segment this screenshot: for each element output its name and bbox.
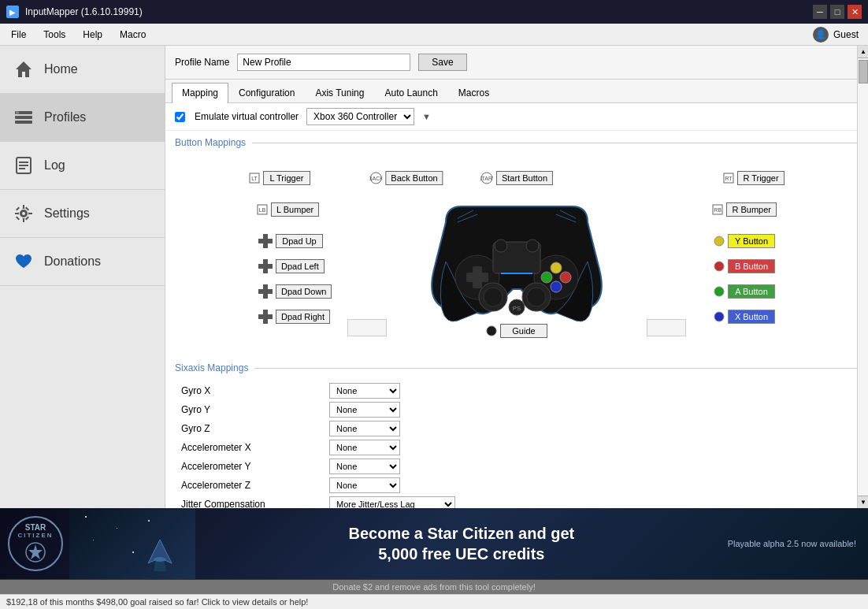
tab-auto-launch[interactable]: Auto Launch: [374, 83, 447, 102]
gyro-y-label: Gyro Y: [181, 404, 323, 415]
dpad-down-box[interactable]: Dpad Down: [276, 284, 332, 299]
dpad-right-icon: [258, 310, 273, 324]
gyro-z-select[interactable]: None: [329, 421, 400, 436]
status-bar[interactable]: $192,18 of this months $498,00 goal rais…: [0, 594, 868, 609]
ad-donate[interactable]: Donate $2 and remove ads from this tool …: [0, 579, 868, 594]
scroll-thumb[interactable]: [859, 60, 868, 84]
r-trigger-box[interactable]: R Trigger: [737, 171, 785, 185]
app-icon: ▶: [6, 6, 19, 18]
titlebar-left: ▶ InputMapper (1.6.10.19991): [6, 6, 143, 18]
a-button-ctrl[interactable]: A Button: [714, 284, 775, 299]
r-trigger-button[interactable]: RT R Trigger: [723, 171, 785, 185]
b-button-ctrl[interactable]: B Button: [714, 259, 775, 273]
x-button-ctrl[interactable]: X Button: [714, 310, 775, 324]
l-bumper-button[interactable]: LB L Bumper: [257, 202, 319, 217]
accel-x-select[interactable]: None: [329, 440, 400, 455]
svg-point-29: [551, 281, 562, 292]
svg-point-10: [21, 211, 26, 216]
menu-macro[interactable]: Macro: [112, 27, 154, 43]
emulate-row: Emulate virtual controller Xbox 360 Cont…: [165, 103, 868, 131]
close-button[interactable]: ✕: [848, 5, 862, 19]
menu-file[interactable]: File: [3, 27, 34, 43]
jitter-select[interactable]: More Jitter/Less Lag: [329, 496, 455, 508]
r-bumper-box[interactable]: R Bumper: [726, 202, 777, 217]
y-button-box[interactable]: Y Button: [728, 234, 775, 248]
button-mappings-header: Button Mappings: [165, 131, 868, 151]
emulate-label: Emulate virtual controller: [195, 111, 299, 122]
menu-help[interactable]: Help: [75, 27, 110, 43]
profile-name-input[interactable]: [237, 54, 410, 71]
svg-point-50: [714, 287, 724, 296]
accel-y-select[interactable]: None: [329, 459, 400, 474]
maximize-button[interactable]: □: [830, 5, 844, 19]
y-button-ctrl[interactable]: Y Button: [714, 234, 775, 248]
ad-container: STAR CITIZEN: [0, 508, 868, 594]
dpad-left-button[interactable]: Dpad Left: [258, 259, 325, 273]
dpad-left-icon: [258, 259, 273, 273]
svg-rect-2: [15, 116, 32, 119]
profiles-icon: [13, 106, 35, 128]
controller-select[interactable]: Xbox 360 Controller: [306, 108, 414, 125]
home-icon: [13, 58, 35, 80]
svg-point-24: [527, 288, 546, 306]
sidebar-item-home[interactable]: Home: [0, 46, 165, 94]
svg-text:RT: RT: [725, 176, 733, 181]
svg-text:RB: RB: [714, 207, 722, 213]
user-area: 👤 Guest: [813, 27, 865, 43]
svg-rect-16: [16, 217, 20, 221]
sixaxis-label: Sixaxis Mappings: [175, 362, 248, 373]
save-button[interactable]: Save: [418, 54, 466, 71]
dpad-right-button[interactable]: Dpad Right: [258, 310, 330, 324]
main-layout: Home Profiles: [0, 46, 868, 508]
x-button-box[interactable]: X Button: [728, 310, 775, 324]
scroll-up-button[interactable]: ▲: [858, 46, 868, 58]
svg-rect-7: [19, 165, 28, 166]
accel-z-select[interactable]: None: [329, 477, 400, 493]
dpad-up-box[interactable]: Dpad Up: [276, 234, 323, 248]
r-bumper-button[interactable]: RB R Bumper: [712, 202, 777, 217]
emulate-checkbox[interactable]: [175, 112, 185, 122]
settings-icon: [13, 202, 35, 225]
accel-z-label: Accelerometer Z: [181, 480, 323, 491]
tab-axis-tuning[interactable]: Axis Tuning: [305, 83, 374, 102]
sidebar-item-settings[interactable]: Settings: [0, 190, 165, 238]
dpad-up-button[interactable]: Dpad Up: [258, 234, 323, 248]
dpad-left-box[interactable]: Dpad Left: [276, 259, 325, 273]
gyro-x-select[interactable]: None: [329, 383, 400, 399]
ad-banner[interactable]: STAR CITIZEN: [0, 508, 868, 579]
tab-macros[interactable]: Macros: [448, 83, 499, 102]
user-name: Guest: [833, 29, 859, 40]
a-button-box[interactable]: A Button: [728, 284, 775, 299]
l-trigger-button[interactable]: LT L Trigger: [249, 171, 310, 185]
sidebar-item-donations[interactable]: Donations: [0, 238, 165, 286]
scroll-down-button[interactable]: ▼: [858, 496, 868, 508]
svg-marker-0: [16, 61, 32, 77]
window-controls[interactable]: ─ □ ✕: [813, 5, 862, 19]
dpad-right-box[interactable]: Dpad Right: [276, 310, 330, 324]
profile-header: Profile Name Save: [165, 46, 868, 80]
sidebar-item-log[interactable]: Log: [0, 142, 165, 190]
minimize-button[interactable]: ─: [813, 5, 827, 19]
ad-right: Playable alpha 2.5 now available!: [728, 539, 868, 548]
scroll-track: [858, 58, 868, 496]
l-bumper-box[interactable]: L Bumper: [271, 202, 319, 217]
tab-configuration[interactable]: Configuration: [228, 83, 305, 102]
svg-point-35: [526, 240, 539, 252]
titlebar: ▶ InputMapper (1.6.10.19991) ─ □ ✕: [0, 0, 868, 24]
svg-rect-8: [19, 168, 25, 169]
svg-point-28: [541, 272, 552, 283]
menu-tools[interactable]: Tools: [35, 27, 73, 43]
accel-y-label: Accelerometer Y: [181, 461, 323, 472]
svg-marker-54: [28, 544, 43, 559]
b-button-box[interactable]: B Button: [728, 259, 775, 273]
l-trigger-box[interactable]: L Trigger: [263, 171, 310, 185]
tab-mapping[interactable]: Mapping: [172, 83, 228, 103]
dpad-down-button[interactable]: Dpad Down: [258, 284, 332, 299]
sidebar-item-profiles[interactable]: Profiles: [0, 94, 165, 142]
svg-text:LT: LT: [251, 176, 258, 181]
menu-items: File Tools Help Macro: [3, 27, 154, 43]
content-area: Profile Name Save Mapping Configuration …: [165, 46, 868, 508]
gyro-y-select[interactable]: None: [329, 402, 400, 418]
sixaxis-mappings-header: Sixaxis Mappings: [165, 356, 868, 377]
dropdown-arrow[interactable]: ▼: [422, 112, 431, 121]
